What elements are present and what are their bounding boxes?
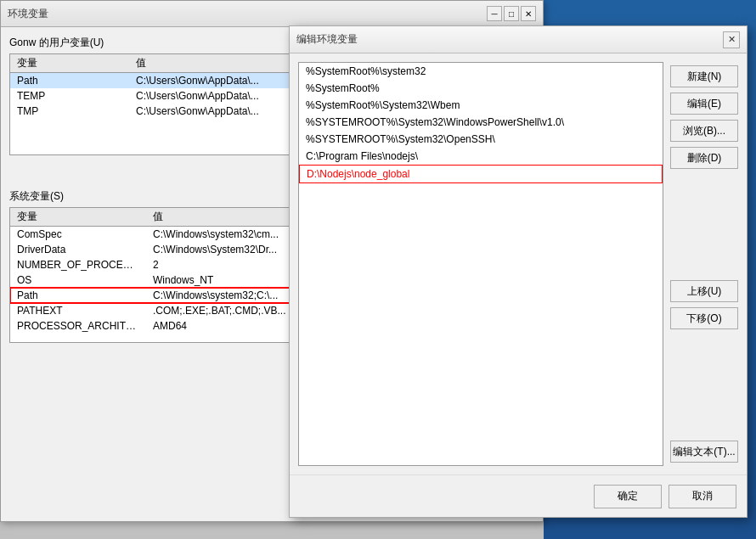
- path-list: %SystemRoot%\system32%SystemRoot%%System…: [299, 63, 663, 183]
- sys-var-name: DriverData: [10, 242, 146, 257]
- delete-button[interactable]: 删除(D): [670, 147, 738, 169]
- sys-var-name: NUMBER_OF_PROCESSORS: [10, 257, 146, 272]
- path-list-item[interactable]: %SystemRoot%\System32\Wbem: [299, 97, 663, 114]
- edit-env-dialog: 编辑环境变量 ✕ %SystemRoot%\system32%SystemRoo…: [289, 25, 748, 518]
- path-list-container[interactable]: %SystemRoot%\system32%SystemRoot%%System…: [298, 62, 663, 466]
- user-var-name: Path: [10, 73, 129, 89]
- path-list-item[interactable]: %SYSTEMROOT%\System32\OpenSSH\: [299, 131, 663, 148]
- user-var-name: TEMP: [10, 88, 129, 104]
- sys-var-name: PATHEXT: [10, 303, 146, 318]
- new-button[interactable]: 新建(N): [670, 65, 738, 87]
- move-up-button[interactable]: 上移(U): [670, 280, 738, 302]
- sys-var-name: PROCESSOR_ARCHITECT...: [10, 318, 146, 334]
- edit-button[interactable]: 编辑(E): [670, 93, 738, 115]
- right-buttons-panel: 新建(N) 编辑(E) 浏览(B)... 删除(D) 上移(U) 下移(O) 编…: [670, 62, 738, 466]
- edit-env-footer: 确定 取消: [290, 474, 747, 517]
- path-list-item[interactable]: %SystemRoot%: [299, 80, 663, 97]
- move-down-button[interactable]: 下移(O): [670, 307, 738, 329]
- user-var-name: TMP: [10, 104, 129, 119]
- user-col-var: 变量: [10, 54, 129, 73]
- sys-var-name: OS: [10, 272, 146, 288]
- minimize-button[interactable]: ─: [487, 6, 502, 21]
- path-list-item[interactable]: D:\Nodejs\node_global: [299, 165, 663, 183]
- close-button[interactable]: ✕: [521, 6, 536, 21]
- cancel-button[interactable]: 取消: [669, 485, 736, 508]
- edit-env-close-button[interactable]: ✕: [723, 31, 740, 48]
- sys-col-var: 变量: [10, 208, 146, 227]
- sys-var-name: Path: [10, 288, 146, 303]
- edit-text-button[interactable]: 编辑文本(T)...: [670, 441, 738, 463]
- env-vars-title-bar: 环境变量 ─ □ ✕: [1, 1, 543, 27]
- maximize-button[interactable]: □: [504, 6, 519, 21]
- env-vars-title: 环境变量: [8, 7, 48, 21]
- path-list-item[interactable]: C:\Program Files\nodejs\: [299, 148, 663, 165]
- sys-var-name: ComSpec: [10, 227, 146, 243]
- browse-button[interactable]: 浏览(B)...: [670, 120, 738, 142]
- edit-env-title-bar: 编辑环境变量 ✕: [290, 26, 747, 53]
- path-list-item[interactable]: %SYSTEMROOT%\System32\WindowsPowerShell\…: [299, 114, 663, 131]
- path-list-item[interactable]: %SystemRoot%\system32: [299, 63, 663, 80]
- edit-env-title: 编辑环境变量: [296, 32, 358, 47]
- edit-env-content: %SystemRoot%\system32%SystemRoot%%System…: [290, 53, 747, 474]
- ok-button[interactable]: 确定: [594, 485, 662, 508]
